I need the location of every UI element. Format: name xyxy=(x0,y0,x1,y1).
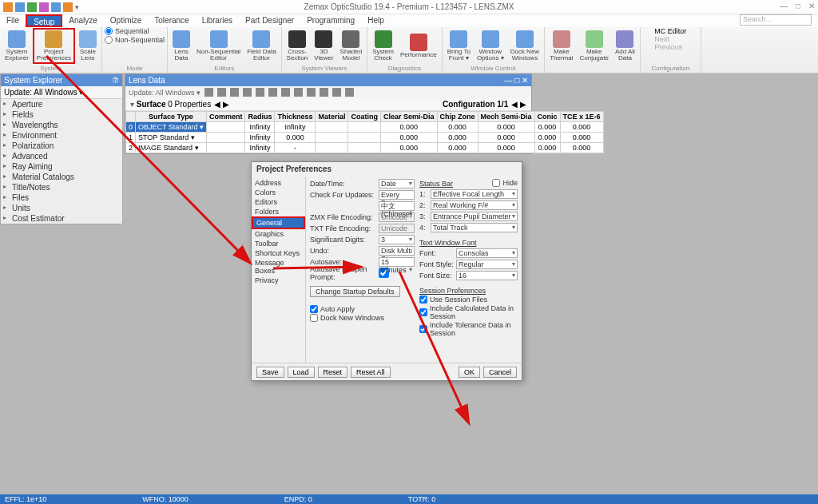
menu-libraries[interactable]: Libraries xyxy=(196,14,239,27)
tree-item-fields[interactable]: Fields xyxy=(1,109,122,120)
menu-setup[interactable]: Setup xyxy=(26,14,62,27)
window-options-button[interactable]: Window Options ▾ xyxy=(475,30,506,62)
session-check-3[interactable]: Include Tolerance Data in Session xyxy=(419,321,518,337)
toolbar-icon[interactable] xyxy=(230,88,239,97)
fontstyle-dropdown[interactable]: Regular xyxy=(456,260,518,269)
tree-item-files[interactable]: Files xyxy=(1,192,122,203)
bring-to-front-button[interactable]: Bring To Front ▾ xyxy=(445,30,473,62)
dock-new-windows-button[interactable]: Dock New Windows xyxy=(508,30,542,62)
toolbar-icon[interactable] xyxy=(281,88,290,97)
qat-icon[interactable] xyxy=(51,2,61,12)
sidebar-item-folders[interactable]: Folders xyxy=(252,207,305,216)
menu-optimize[interactable]: Optimize xyxy=(104,14,148,27)
qat-icon[interactable] xyxy=(3,2,13,12)
system-check-button[interactable]: System Check xyxy=(370,30,396,62)
sequential-radio[interactable]: Sequential xyxy=(105,27,149,35)
menu-file[interactable]: File xyxy=(0,14,26,27)
menu-analyze[interactable]: Analyze xyxy=(62,14,104,27)
update-dropdown[interactable]: Update: All Windows ▾ xyxy=(129,89,201,97)
save-button[interactable]: Save xyxy=(256,367,284,378)
sidebar-item-colors[interactable]: Colors xyxy=(252,188,305,197)
status3-dropdown[interactable]: Entrance Pupil Diameter xyxy=(431,212,518,221)
project-preferences-button[interactable]: Project Preferences xyxy=(33,28,75,64)
datetime-dropdown[interactable]: Date xyxy=(379,179,415,189)
toolbar-icon[interactable] xyxy=(320,88,328,97)
menu-tolerance[interactable]: Tolerance xyxy=(148,14,195,27)
tree-item-ray-aiming[interactable]: Ray Aiming xyxy=(1,161,122,172)
autosave-dropdown[interactable]: 15 Minutes xyxy=(379,257,415,267)
qat-icon[interactable] xyxy=(27,2,37,12)
hide-checkbox[interactable]: Hide xyxy=(492,178,518,188)
language-dropdown[interactable]: 中文 (Chinese) xyxy=(379,201,415,211)
prev-config-link[interactable]: Previous xyxy=(654,43,682,51)
session-check-2[interactable]: Include Calculated Data in Session xyxy=(419,304,518,320)
sidebar-item-editors[interactable]: Editors xyxy=(252,197,305,207)
qat-icon[interactable] xyxy=(39,2,49,12)
make-conjugate-button[interactable]: Make Conjugate xyxy=(577,30,610,62)
session-check-1[interactable]: Use Session Files xyxy=(419,296,518,304)
window-buttons[interactable]: — □ ✕ xyxy=(504,76,528,85)
sidebar-item-privacy[interactable]: Privacy xyxy=(252,276,305,285)
non-sequential-radio[interactable]: Non-Sequential xyxy=(105,36,165,44)
system-explorer-button[interactable]: System Explorer xyxy=(2,30,31,62)
toolbar-icon[interactable] xyxy=(294,88,303,97)
reset-button[interactable]: Reset xyxy=(318,367,348,378)
change-startup-button[interactable]: Change Startup Defaults xyxy=(310,286,400,297)
scale-lens-button[interactable]: Scale Lens xyxy=(77,30,99,62)
field-data-editor-button[interactable]: Field Data Editor xyxy=(244,30,278,62)
status4-dropdown[interactable]: Total Track xyxy=(431,223,518,232)
dock-new-windows-checkbox[interactable]: Dock New Windows xyxy=(310,314,415,322)
toolbar-icon[interactable] xyxy=(217,88,226,97)
toolbar-icon[interactable] xyxy=(332,88,341,97)
cross-section-button[interactable]: Cross- Section xyxy=(284,30,311,62)
ok-button[interactable]: OK xyxy=(459,367,480,378)
add-all-data-button[interactable]: Add All Data xyxy=(613,30,637,62)
tree-item-wavelengths[interactable]: Wavelengths xyxy=(1,120,122,130)
sidebar-item-graphics[interactable]: Graphics xyxy=(252,229,305,239)
toolbar-icon[interactable] xyxy=(307,88,316,97)
tree-item-title-notes[interactable]: Title/Notes xyxy=(1,182,122,192)
toolbar-icon[interactable] xyxy=(256,88,264,97)
tree-item-aperture[interactable]: Aperture xyxy=(1,99,122,109)
menu-help[interactable]: Help xyxy=(361,14,391,27)
sidebar-item-general[interactable]: General xyxy=(252,216,305,229)
qat-icon[interactable] xyxy=(15,2,25,12)
undo-dropdown[interactable]: Disk Multi Step xyxy=(379,246,415,256)
qat-icon[interactable] xyxy=(63,2,73,12)
sidebar-item-message-boxes[interactable]: Message Boxes xyxy=(252,258,305,276)
sidebar-item-toolbar[interactable]: Toolbar xyxy=(252,239,305,248)
sidebar-item-address[interactable]: Address xyxy=(252,178,305,188)
window-minimize-icon[interactable]: — xyxy=(780,2,788,10)
update-dropdown[interactable]: Update: All Windows ▾ xyxy=(1,86,122,99)
toolbar-icon[interactable] xyxy=(204,88,213,97)
toolbar-icon[interactable] xyxy=(268,88,277,97)
load-button[interactable]: Load xyxy=(288,367,315,378)
updates-dropdown[interactable]: Every Day xyxy=(379,190,415,200)
nsc-editor-button[interactable]: Non-Sequential Editor xyxy=(194,30,243,62)
menu-programming[interactable]: Programming xyxy=(300,14,361,27)
3d-viewer-button[interactable]: 3D Viewer xyxy=(312,30,336,62)
font-dropdown[interactable]: Consolas xyxy=(456,248,518,258)
tree-item-units[interactable]: Units xyxy=(1,203,122,213)
cancel-button[interactable]: Cancel xyxy=(483,367,517,378)
next-config-link[interactable]: Next xyxy=(654,35,669,43)
shaded-model-button[interactable]: Shaded Model xyxy=(338,30,365,62)
menu-part-designer[interactable]: Part Designer xyxy=(239,14,300,27)
search-input[interactable]: Search… xyxy=(740,14,812,26)
sidebar-item-shortcut-keys[interactable]: Shortcut Keys xyxy=(252,248,305,258)
auto-apply-checkbox[interactable]: Auto Apply xyxy=(310,305,415,313)
panel-close-icon[interactable]: ⑦ xyxy=(112,76,119,85)
fontsize-dropdown[interactable]: 16 xyxy=(456,271,518,280)
digits-dropdown[interactable]: 3 xyxy=(379,235,415,244)
tree-item-environment[interactable]: Environment xyxy=(1,130,122,141)
mc-editor-link[interactable]: MC Editor xyxy=(654,27,686,35)
status2-dropdown[interactable]: Real Working F/# xyxy=(431,200,518,210)
window-close-icon[interactable]: ✕ xyxy=(808,2,815,10)
tree-item-polarization[interactable]: Polarization xyxy=(1,141,122,151)
toolbar-icon[interactable] xyxy=(243,88,252,97)
performance-button[interactable]: Performance xyxy=(398,33,439,59)
status1-dropdown[interactable]: Effective Focal Length xyxy=(431,189,518,199)
reset-all-button[interactable]: Reset All xyxy=(351,367,391,378)
lens-data-button[interactable]: Lens Data xyxy=(170,30,193,62)
toolbar-icon[interactable] xyxy=(345,88,354,97)
